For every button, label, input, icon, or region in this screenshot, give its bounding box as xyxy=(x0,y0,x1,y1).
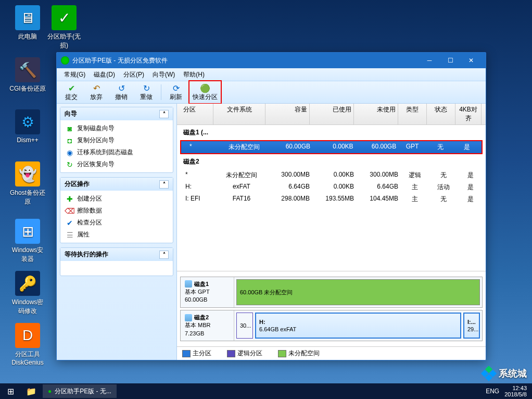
tb-quick-partition[interactable]: 🟢快速分区 xyxy=(190,82,220,103)
panel-wizard: 向导˄ ◙复制磁盘向导 ◘复制分区向导 ◉迁移系统到固态磁盘 ↻分区恢复向导 xyxy=(60,107,173,173)
tb-discard[interactable]: ↶放弃 xyxy=(84,82,109,103)
wizard-migrate-ssd[interactable]: ◉迁移系统到固态磁盘 xyxy=(60,146,173,158)
tray-clock[interactable]: 12:43 2018/5/8 xyxy=(504,385,527,397)
disk-icon: ◙ xyxy=(66,124,74,133)
grid-header: 分区 文件系统 容量 已使用 未使用 类型 状态 4KB对齐 xyxy=(177,104,486,125)
col-free[interactable]: 未使用 xyxy=(354,104,398,124)
tb-commit[interactable]: ✔提交 xyxy=(59,82,84,103)
main-area: 分区 文件系统 容量 已使用 未使用 类型 状态 4KB对齐 磁盘1 (... … xyxy=(177,104,486,360)
tray-lang[interactable]: ENG xyxy=(486,388,499,395)
desktop: 🖥此电脑 ✓分区助手(无损) 🔨CGI备份还原 ⚙Dism++ 👻Ghost备份… xyxy=(0,0,532,399)
col-4k[interactable]: 4KB对齐 xyxy=(455,104,482,124)
panel-ops-title: 分区操作 xyxy=(65,180,90,189)
disk2-header[interactable]: 磁盘2 xyxy=(177,154,486,169)
watermark-icon xyxy=(482,367,496,380)
disk-icon xyxy=(185,280,192,288)
desktop-icon-this-pc[interactable]: 🖥此电脑 xyxy=(9,5,46,41)
col-partition[interactable]: 分区 xyxy=(177,104,213,124)
col-used[interactable]: 已使用 xyxy=(310,104,354,124)
partition-icon: ◘ xyxy=(66,136,74,145)
tb-redo[interactable]: ↻重做 xyxy=(134,82,159,103)
recover-icon: ↻ xyxy=(66,160,74,169)
menu-help[interactable]: 帮助(H) xyxy=(179,70,209,79)
sidebar: 向导˄ ◙复制磁盘向导 ◘复制分区向导 ◉迁移系统到固态磁盘 ↻分区恢复向导 分… xyxy=(57,104,177,360)
disk-icon xyxy=(185,314,192,321)
col-type[interactable]: 类型 xyxy=(398,104,427,124)
op-properties[interactable]: ☰属性 xyxy=(60,229,173,241)
table-row[interactable]: H:exFAT6.64GB0.00KB6.64GB主活动是 xyxy=(177,181,486,193)
menubar: 常规(G) 磁盘(D) 分区(P) 向导(W) 帮助(H) xyxy=(57,68,486,81)
wizard-recover-partition[interactable]: ↻分区恢复向导 xyxy=(60,158,173,170)
create-icon: ✚ xyxy=(66,195,74,203)
diskmap-disk2[interactable]: 磁盘2 基本 MBR 7.23GB 30... H:6.64GB exFAT I… xyxy=(180,310,483,341)
wizard-copy-disk[interactable]: ◙复制磁盘向导 xyxy=(60,122,173,134)
check-icon: ✔ xyxy=(66,219,74,227)
menu-partition[interactable]: 分区(P) xyxy=(119,70,148,79)
desktop-icon-win-password[interactable]: 🔑Windows密码修改 xyxy=(9,271,46,316)
toolbar-separator xyxy=(161,84,161,100)
panel-pending: 等待执行的操作˄ xyxy=(60,247,173,276)
menu-general[interactable]: 常规(G) xyxy=(60,70,90,79)
toolbar: ✔提交 ↶放弃 ↺撤销 ↻重做 ⟳刷新 🟢快速分区 xyxy=(57,81,486,104)
titlebar[interactable]: 分区助手PE版 - 无损分区免费软件 ─ ☐ ✕ xyxy=(57,53,486,68)
legend-primary: 主分区 xyxy=(182,349,211,358)
table-row[interactable]: *未分配空间300.00MB0.00KB300.00MB逻辑无是 xyxy=(177,169,486,181)
collapse-icon[interactable]: ˄ xyxy=(159,180,169,189)
taskbar-explorer[interactable]: 📁 xyxy=(21,383,42,399)
start-button[interactable]: ⊞ xyxy=(0,383,21,399)
panel-pending-title: 等待执行的操作 xyxy=(65,250,108,259)
disk1-highlight: * 未分配空间 60.00GB 0.00KB 60.00GB GPT 无 是 xyxy=(180,140,483,154)
menu-wizard[interactable]: 向导(W) xyxy=(148,70,179,79)
diskmap-bar-primary[interactable]: I:...29... xyxy=(463,313,480,339)
op-wipe-data[interactable]: ⌫擦除数据 xyxy=(60,205,173,217)
panel-partition-ops: 分区操作˄ ✚创建分区 ⌫擦除数据 ✔检查分区 ☰属性 xyxy=(60,177,173,243)
col-filesystem[interactable]: 文件系统 xyxy=(213,104,265,124)
app-logo-icon xyxy=(61,56,69,65)
tb-refresh[interactable]: ⟳刷新 xyxy=(163,82,188,103)
props-icon: ☰ xyxy=(66,231,74,239)
desktop-icon-diskgenius[interactable]: D分区工具DiskGenius xyxy=(9,323,46,366)
tb-quick-partition-highlight: 🟢快速分区 xyxy=(188,80,222,104)
diskmap-bar-primary[interactable]: H:6.64GB exFAT xyxy=(255,313,461,339)
system-tray: ENG 12:43 2018/5/8 xyxy=(480,385,532,397)
ssd-icon: ◉ xyxy=(66,148,74,157)
desktop-icon-win-install[interactable]: ⊞Windows安装器 xyxy=(9,219,46,264)
collapse-icon[interactable]: ˄ xyxy=(159,251,169,259)
diskmap-label: 磁盘1 基本 GPT 60.00GB xyxy=(181,277,234,307)
taskbar-app[interactable]: ●分区助手PE版 - 无... xyxy=(43,384,117,398)
minimize-button[interactable]: ─ xyxy=(419,54,440,67)
disk1-header[interactable]: 磁盘1 (... xyxy=(177,125,486,140)
legend-unallocated: 未分配空间 xyxy=(278,349,320,358)
app-icon: ● xyxy=(48,388,52,395)
app-window: 分区助手PE版 - 无损分区免费软件 ─ ☐ ✕ 常规(G) 磁盘(D) 分区(… xyxy=(56,52,486,360)
diskmap-disk1[interactable]: 磁盘1 基本 GPT 60.00GB 60.00GB 未分配空间 xyxy=(180,277,483,308)
col-status[interactable]: 状态 xyxy=(427,104,455,124)
desktop-icon-cgi-backup[interactable]: 🔨CGI备份还原 xyxy=(9,57,46,93)
diskmap-bar-unallocated[interactable]: 60.00GB 未分配空间 xyxy=(236,279,480,305)
desktop-icon-dism[interactable]: ⚙Dism++ xyxy=(9,109,46,144)
maximize-button[interactable]: ☐ xyxy=(440,54,461,67)
window-title: 分区助手PE版 - 无损分区免费软件 xyxy=(72,56,419,65)
table-row[interactable]: I: EFIFAT16298.00MB193.55MB104.45MB主无是 xyxy=(177,193,486,205)
legend: 主分区 逻辑分区 未分配空间 xyxy=(177,346,486,360)
wizard-copy-partition[interactable]: ◘复制分区向导 xyxy=(60,134,173,146)
diskmap-area: 磁盘1 基本 GPT 60.00GB 60.00GB 未分配空间 磁盘2 基本 … xyxy=(177,271,486,346)
taskbar: ⊞ 📁 ●分区助手PE版 - 无... ENG 12:43 2018/5/8 xyxy=(0,383,532,399)
col-capacity[interactable]: 容量 xyxy=(265,104,310,124)
watermark: 系统城 xyxy=(482,367,527,380)
menu-disk[interactable]: 磁盘(D) xyxy=(90,70,119,79)
close-button[interactable]: ✕ xyxy=(461,54,482,67)
diskmap-label: 磁盘2 基本 MBR 7.23GB xyxy=(181,310,234,341)
collapse-icon[interactable]: ˄ xyxy=(159,110,169,118)
desktop-icon-partition-assistant[interactable]: ✓分区助手(无损) xyxy=(46,5,82,50)
op-check-partition[interactable]: ✔检查分区 xyxy=(60,217,173,229)
grid-body: 磁盘1 (... * 未分配空间 60.00GB 0.00KB 60.00GB … xyxy=(177,125,486,271)
diskmap-bar-logical[interactable]: 30... xyxy=(236,313,253,339)
op-create-partition[interactable]: ✚创建分区 xyxy=(60,193,173,205)
panel-wizard-title: 向导 xyxy=(65,109,77,118)
legend-logical: 逻辑分区 xyxy=(227,349,262,358)
wipe-icon: ⌫ xyxy=(66,207,74,215)
table-row[interactable]: * 未分配空间 60.00GB 0.00KB 60.00GB GPT 无 是 xyxy=(181,141,482,153)
desktop-icon-ghost[interactable]: 👻Ghost备份还原 xyxy=(9,161,46,206)
tb-undo[interactable]: ↺撤销 xyxy=(109,82,134,103)
